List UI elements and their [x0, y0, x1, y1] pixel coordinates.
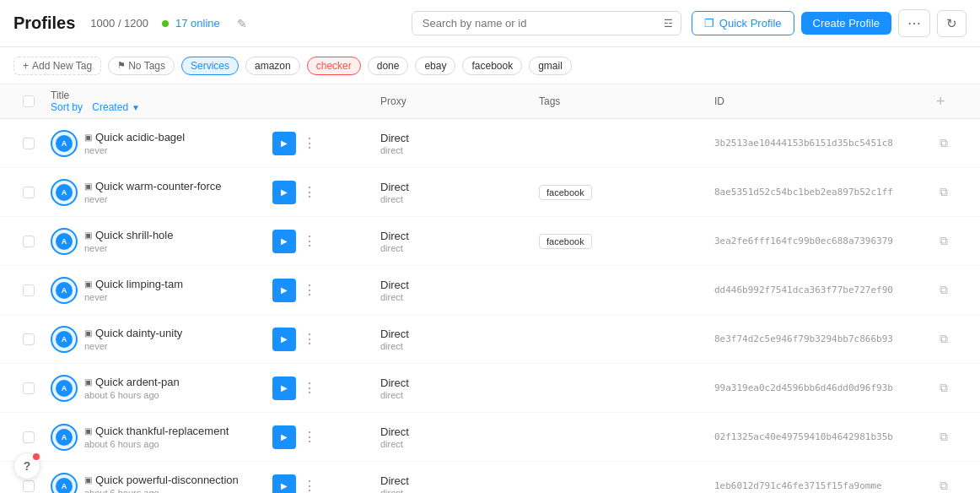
tag-amazon[interactable]: amazon	[245, 57, 300, 75]
os-icon: ▣	[84, 279, 92, 289]
row-checkbox-cell	[13, 431, 44, 443]
edit-icon[interactable]: ✎	[237, 17, 247, 30]
tag-ebay[interactable]: ebay	[415, 57, 455, 75]
avatar: A	[51, 473, 78, 494]
table-row: A ▣ Quick acidic-bagel never ▶ ⋮ Direct …	[0, 119, 980, 168]
play-button[interactable]: ▶	[272, 474, 296, 494]
copy-id-button[interactable]: ⧉	[936, 181, 951, 203]
row-checkbox[interactable]	[23, 284, 35, 296]
proxy-detail: direct	[380, 488, 532, 494]
copy-cell: ⧉	[936, 230, 967, 252]
search-input[interactable]	[412, 11, 681, 35]
proxy-cell: Direct direct	[380, 474, 532, 494]
profile-info: ▣ Quick dainty-unity never	[84, 327, 182, 351]
profile-name: ▣ Quick powerful-disconnection	[84, 474, 239, 486]
more-button[interactable]: ⋮	[299, 425, 320, 448]
help-button[interactable]: ?	[13, 452, 40, 479]
profile-name: ▣ Quick limping-tam	[84, 278, 183, 290]
play-button[interactable]: ▶	[272, 328, 296, 351]
more-button[interactable]: ⋮	[299, 181, 320, 203]
profile-id: 3b2513ae10444153b6151d35bc5451c8	[714, 138, 929, 149]
play-button[interactable]: ▶	[272, 425, 296, 449]
proxy-column-header: Proxy	[380, 95, 532, 107]
play-button[interactable]: ▶	[272, 230, 296, 253]
row-tag[interactable]: facebook	[539, 185, 592, 200]
avatar: A	[51, 179, 78, 206]
tag-checker[interactable]: checker	[307, 57, 361, 75]
avatar-inner: A	[56, 282, 73, 299]
profile-time: never	[84, 292, 183, 302]
proxy-cell: Direct direct	[380, 328, 532, 351]
profile-time: never	[84, 194, 222, 204]
copy-id-button[interactable]: ⧉	[936, 328, 951, 349]
tags-bar: + Add New Tag ⚑ No Tags Services amazon …	[0, 47, 980, 84]
copy-id-button[interactable]: ⧉	[936, 426, 951, 447]
tag-done[interactable]: done	[368, 57, 409, 75]
row-checkbox[interactable]	[23, 480, 35, 492]
avatar-letter: A	[62, 335, 67, 344]
id-column-header: ID	[714, 95, 929, 107]
play-button[interactable]: ▶	[272, 377, 296, 400]
avatar-letter: A	[62, 384, 67, 393]
refresh-button[interactable]: ↻	[937, 10, 967, 37]
avatar-letter: A	[62, 188, 67, 197]
more-button[interactable]: ⋮	[299, 377, 320, 399]
row-tag[interactable]: facebook	[539, 234, 592, 249]
profile-cell: A ▣ Quick shrill-hole never	[51, 228, 266, 255]
profile-time: about 6 hours ago	[84, 488, 239, 493]
proxy-cell: Direct direct	[380, 181, 532, 204]
row-checkbox[interactable]	[23, 236, 35, 247]
more-button[interactable]: ⋮	[299, 132, 320, 154]
tag-gmail[interactable]: gmail	[529, 57, 572, 75]
profile-cell: A ▣ Quick acidic-bagel never	[51, 130, 266, 157]
online-dot-icon	[162, 20, 169, 27]
copy-id-button[interactable]: ⧉	[936, 230, 951, 252]
more-button[interactable]: ⋮	[299, 279, 320, 301]
row-checkbox[interactable]	[23, 187, 35, 198]
more-button[interactable]: ⋮	[299, 328, 320, 350]
more-button[interactable]: ⋮	[299, 474, 320, 493]
profile-name: ▣ Quick acidic-bagel	[84, 131, 185, 144]
copy-id-button[interactable]: ⧉	[936, 133, 951, 154]
more-options-button[interactable]: ⋯	[898, 9, 930, 37]
row-checkbox[interactable]	[23, 431, 35, 443]
row-checkbox[interactable]	[23, 138, 35, 149]
quick-profile-button[interactable]: ❐ Quick Profile	[692, 11, 794, 35]
profile-time: never	[84, 145, 185, 155]
create-profile-button[interactable]: Create Profile	[801, 12, 891, 35]
add-tag-button[interactable]: + Add New Tag	[13, 57, 101, 75]
copy-id-button[interactable]: ⧉	[936, 475, 951, 493]
tag-services[interactable]: Services	[181, 57, 239, 75]
profile-time: never	[84, 243, 173, 253]
proxy-type: Direct	[380, 279, 532, 291]
row-checkbox[interactable]	[23, 333, 35, 345]
select-all-checkbox[interactable]	[23, 95, 35, 107]
profile-cell: A ▣ Quick dainty-unity never	[51, 326, 266, 353]
copy-id-button[interactable]: ⧉	[936, 377, 951, 398]
play-button[interactable]: ▶	[272, 279, 296, 302]
copy-cell: ⧉	[936, 328, 967, 349]
filter-icon[interactable]: ☲	[664, 18, 673, 30]
add-column-button[interactable]: +	[936, 93, 945, 111]
tag-facebook[interactable]: facebook	[462, 57, 522, 75]
more-button[interactable]: ⋮	[299, 230, 320, 252]
proxy-type: Direct	[380, 181, 532, 193]
row-checkbox[interactable]	[23, 382, 35, 394]
play-button[interactable]: ▶	[272, 132, 296, 155]
copy-id-button[interactable]: ⧉	[936, 279, 951, 301]
avatar-letter: A	[62, 286, 67, 295]
online-status: 17 online	[162, 17, 220, 30]
tag-label: checker	[316, 60, 352, 72]
table-row: A ▣ Quick ardent-pan about 6 hours ago ▶…	[0, 364, 980, 413]
sort-created[interactable]: Sort by Created ▼	[51, 101, 266, 113]
play-button[interactable]: ▶	[272, 181, 296, 204]
copy-cell: ⧉	[936, 279, 967, 301]
question-mark-icon: ?	[24, 459, 31, 473]
avatar-letter: A	[62, 139, 67, 148]
tag-no-tags[interactable]: ⚑ No Tags	[108, 57, 175, 75]
avatar-letter: A	[62, 433, 67, 442]
avatar-inner: A	[56, 233, 73, 250]
os-icon: ▣	[84, 181, 92, 191]
proxy-cell: Direct direct	[380, 377, 532, 400]
avatar-inner: A	[56, 184, 73, 201]
